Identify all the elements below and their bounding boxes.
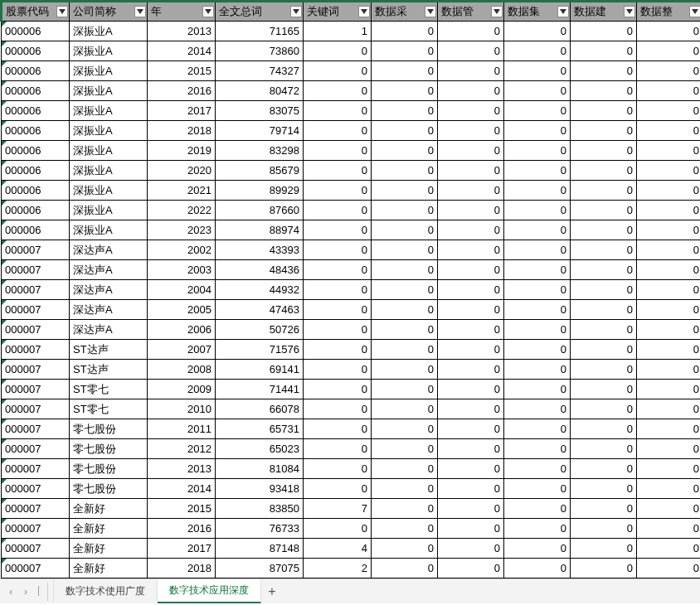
cell-d2[interactable]: 0 [438, 439, 504, 459]
cell-name[interactable]: 深达声A [70, 300, 148, 320]
column-header-year[interactable]: 年 [148, 2, 216, 22]
cell-kw[interactable]: 0 [304, 141, 372, 161]
cell-d5[interactable]: 0 [637, 161, 701, 181]
cell-d1[interactable]: 0 [372, 201, 438, 220]
cell-d4[interactable]: 0 [571, 22, 637, 41]
cell-d5[interactable]: 0 [637, 280, 701, 300]
cell-code[interactable]: 000006 [2, 121, 70, 141]
cell-code[interactable]: 000007 [2, 539, 70, 559]
cell-year[interactable]: 2005 [148, 300, 216, 320]
table-row[interactable]: 000007深达声A200547463000000 [2, 300, 701, 320]
cell-name[interactable]: 深达声A [70, 320, 148, 340]
cell-d2[interactable]: 0 [438, 340, 504, 360]
cell-name[interactable]: 深振业A [70, 61, 148, 81]
sheet-nav-jump[interactable]: ⏐ [33, 583, 48, 601]
table-row[interactable]: 000006深振业A201783075000000 [2, 101, 701, 121]
cell-year[interactable]: 2014 [148, 479, 216, 499]
table-row[interactable]: 000006深振业A202388974000000 [2, 220, 701, 240]
cell-kw[interactable]: 0 [304, 419, 372, 439]
cell-d2[interactable]: 0 [438, 419, 504, 439]
table-row[interactable]: 000007ST零七201066078000000 [2, 399, 701, 419]
sheet-nav-prev[interactable]: ‹ [3, 583, 18, 601]
cell-d5[interactable]: 0 [637, 419, 701, 439]
cell-d3[interactable]: 0 [504, 459, 571, 479]
cell-kw[interactable]: 0 [304, 320, 372, 340]
cell-d5[interactable]: 0 [637, 181, 701, 201]
cell-code[interactable]: 000006 [2, 201, 70, 220]
cell-year[interactable]: 2007 [148, 340, 216, 360]
cell-year[interactable]: 2015 [148, 61, 216, 81]
cell-d4[interactable]: 0 [571, 320, 637, 340]
cell-d3[interactable]: 0 [504, 340, 571, 360]
cell-code[interactable]: 000007 [2, 439, 70, 459]
cell-d1[interactable]: 0 [372, 519, 438, 539]
cell-d5[interactable]: 0 [637, 399, 701, 419]
cell-kw[interactable]: 0 [304, 260, 372, 280]
table-row[interactable]: 000006深振业A201574327000000 [2, 61, 701, 81]
cell-d1[interactable]: 0 [372, 300, 438, 320]
cell-d1[interactable]: 0 [372, 220, 438, 240]
cell-d4[interactable]: 0 [571, 419, 637, 439]
cell-d4[interactable]: 0 [571, 360, 637, 380]
cell-d5[interactable]: 0 [637, 539, 701, 559]
cell-kw[interactable]: 0 [304, 280, 372, 300]
cell-d5[interactable]: 0 [637, 141, 701, 161]
cell-kw[interactable]: 0 [304, 380, 372, 399]
cell-d2[interactable]: 0 [438, 499, 504, 519]
filter-dropdown-icon[interactable] [358, 6, 370, 17]
cell-kw[interactable]: 0 [304, 519, 372, 539]
cell-words[interactable]: 83075 [216, 101, 304, 121]
cell-d4[interactable]: 0 [571, 519, 637, 539]
column-header-d5[interactable]: 数据整 [637, 2, 701, 22]
cell-d3[interactable]: 0 [504, 101, 571, 121]
cell-d2[interactable]: 0 [438, 380, 504, 399]
cell-d3[interactable]: 0 [504, 499, 571, 519]
cell-d4[interactable]: 0 [571, 499, 637, 519]
cell-d2[interactable]: 0 [438, 121, 504, 141]
column-header-words[interactable]: 全文总词 [216, 2, 304, 22]
cell-d4[interactable]: 0 [571, 101, 637, 121]
cell-d2[interactable]: 0 [438, 101, 504, 121]
cell-d3[interactable]: 0 [504, 81, 571, 101]
cell-d4[interactable]: 0 [571, 240, 637, 260]
cell-d5[interactable]: 0 [637, 220, 701, 240]
cell-kw[interactable]: 0 [304, 181, 372, 201]
table-row[interactable]: 000007全新好201887075200000 [2, 559, 701, 578]
cell-d4[interactable]: 0 [571, 459, 637, 479]
cell-d1[interactable]: 0 [372, 141, 438, 161]
table-row[interactable]: 000007全新好201787148400000 [2, 539, 701, 559]
column-header-d4[interactable]: 数据建 [571, 2, 637, 22]
table-row[interactable]: 000007零七股份201381084000000 [2, 459, 701, 479]
cell-words[interactable]: 66078 [216, 399, 304, 419]
cell-code[interactable]: 000007 [2, 479, 70, 499]
cell-d2[interactable]: 0 [438, 41, 504, 61]
cell-year[interactable]: 2013 [148, 22, 216, 41]
table-row[interactable]: 000006深振业A202085679000000 [2, 161, 701, 181]
cell-words[interactable]: 93418 [216, 479, 304, 499]
cell-year[interactable]: 2018 [148, 559, 216, 578]
cell-name[interactable]: 深振业A [70, 141, 148, 161]
cell-kw[interactable]: 0 [304, 201, 372, 220]
cell-words[interactable]: 71576 [216, 340, 304, 360]
cell-d5[interactable]: 0 [637, 22, 701, 41]
cell-d5[interactable]: 0 [637, 240, 701, 260]
cell-kw[interactable]: 0 [304, 61, 372, 81]
cell-code[interactable]: 000007 [2, 320, 70, 340]
cell-d5[interactable]: 0 [637, 519, 701, 539]
cell-kw[interactable]: 7 [304, 499, 372, 519]
cell-name[interactable]: 深振业A [70, 101, 148, 121]
cell-d1[interactable]: 0 [372, 181, 438, 201]
cell-code[interactable]: 000007 [2, 399, 70, 419]
cell-d5[interactable]: 0 [637, 340, 701, 360]
table-row[interactable]: 000007ST达声200869141000000 [2, 360, 701, 380]
cell-kw[interactable]: 4 [304, 539, 372, 559]
cell-d3[interactable]: 0 [504, 320, 571, 340]
table-row[interactable]: 000007深达声A200348436000000 [2, 260, 701, 280]
cell-words[interactable]: 71441 [216, 380, 304, 399]
table-row[interactable]: 000007零七股份201265023000000 [2, 439, 701, 459]
cell-d5[interactable]: 0 [637, 459, 701, 479]
cell-d2[interactable]: 0 [438, 300, 504, 320]
cell-code[interactable]: 000007 [2, 519, 70, 539]
cell-kw[interactable]: 0 [304, 439, 372, 459]
cell-kw[interactable]: 0 [304, 360, 372, 380]
